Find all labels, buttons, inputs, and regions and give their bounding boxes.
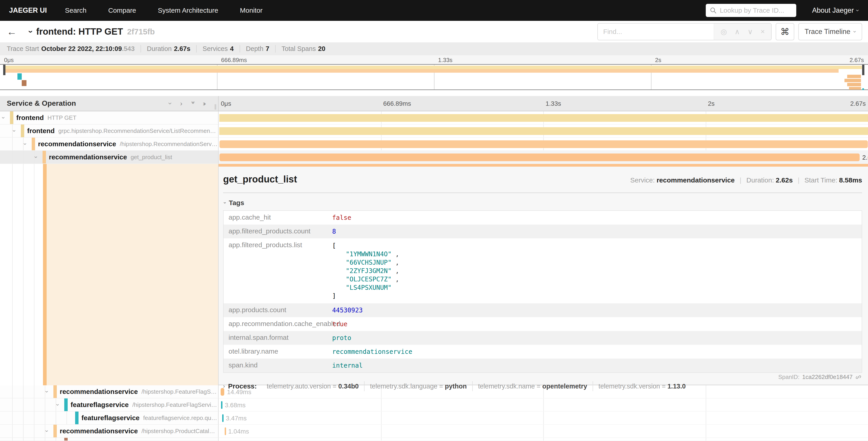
locate-icon[interactable]: ◎ (720, 27, 727, 36)
span-row-timeline-cell[interactable] (219, 111, 868, 124)
trace-id-search-input[interactable] (720, 6, 792, 14)
about-jaeger-menu[interactable]: About Jaeger › (812, 6, 859, 14)
span-toggle-chevron-icon[interactable]: › (33, 156, 39, 158)
minimap-drag-handle-left[interactable] (3, 65, 5, 75)
expand-level-icon[interactable]: › (180, 99, 182, 107)
process-tag: telemetry.sdk.language = python (365, 381, 472, 391)
process-tags: telemetry.auto.version = 0.34b0telemetry… (261, 383, 691, 390)
span-color-accent (21, 124, 24, 137)
span-duration-bar[interactable] (221, 401, 222, 409)
tree-indent-guide (12, 438, 13, 441)
find-prev-icon[interactable]: ∧ (735, 27, 740, 36)
span-row[interactable]: ›recommendationservice/hipstershop.Produ… (0, 425, 868, 438)
span-row-name-cell[interactable] (0, 438, 219, 441)
minimap-ticks: 0μs666.89ms1.33s2s2.67s (0, 55, 868, 64)
collapse-all-icon[interactable]: › (166, 102, 174, 105)
tag-row[interactable]: app.cache_hitfalse (223, 211, 862, 225)
span-row-timeline-cell[interactable]: 1.04ms (219, 425, 868, 438)
span-row[interactable] (0, 438, 868, 441)
divider: | (740, 176, 742, 184)
minimap-drag-handle-right[interactable] (862, 65, 864, 75)
span-row[interactable]: ›featureflagservice/hipstershop.FeatureF… (0, 399, 868, 412)
span-row-timeline-cell[interactable]: 3.68ms (219, 399, 868, 412)
span-row-name-cell[interactable]: featureflagservicefeatureflagservice.rep… (0, 412, 219, 425)
span-color-accent (64, 399, 68, 411)
tag-row[interactable]: app.recommendation.cache_enabledtrue (223, 317, 862, 331)
detail-span-bar (219, 164, 868, 167)
trace-summary-bar: Trace StartOctober 22 2022, 22:10:09.543… (0, 42, 868, 55)
expand-all-icon[interactable]: ›› (204, 99, 207, 107)
nav-item-search[interactable]: Search (65, 6, 87, 14)
minimap-canvas[interactable] (0, 64, 868, 90)
process-row[interactable]: › Process: telemetry.auto.version = 0.34… (223, 382, 862, 390)
tick-label: 2s (708, 100, 715, 107)
tags-section-label: Tags (229, 199, 244, 207)
nav-item-system-architecture[interactable]: System Architecture (158, 6, 218, 14)
span-row-name-cell[interactable]: ›recommendationservice/hipstershop.Featu… (0, 385, 219, 399)
collapse-deep-icon[interactable]: ›› (189, 102, 197, 105)
tag-row[interactable]: app.filtered_products.count8 (223, 225, 862, 238)
span-duration-bar[interactable] (225, 428, 226, 435)
tag-row[interactable]: otel.library.namerecommendationservice (223, 345, 862, 359)
span-toggle-chevron-icon[interactable]: › (44, 391, 50, 393)
span-row-timeline-cell[interactable] (219, 138, 868, 151)
find-clear-icon[interactable]: × (761, 27, 765, 36)
span-rows-top: ›frontendHTTP GET›frontendgrpc.hipstersh… (0, 111, 868, 164)
span-row-name-cell[interactable]: ›featureflagservice/hipstershop.FeatureF… (0, 399, 219, 412)
find-input[interactable] (598, 24, 714, 40)
span-duration-bar[interactable] (219, 114, 868, 122)
tag-row[interactable]: app.products.count44530923 (223, 303, 862, 317)
span-toggle-chevron-icon[interactable]: › (44, 430, 50, 432)
span-row-name-cell[interactable]: ›frontendgrpc.hipstershop.Recommendation… (0, 124, 219, 138)
span-row-name-cell[interactable]: ›recommendationservice/hipstershop.Recom… (0, 138, 219, 151)
span-row-timeline-cell[interactable]: 3.47ms (219, 412, 868, 425)
span-row-name-cell[interactable]: ›recommendationservice/hipstershop.Produ… (0, 425, 219, 438)
find-next-icon[interactable]: ∨ (748, 27, 753, 36)
tags-section-toggle[interactable]: › Tags (224, 199, 862, 207)
span-duration-bar[interactable] (219, 140, 868, 148)
keyboard-shortcuts-button[interactable]: ⌘ (776, 23, 794, 40)
span-row[interactable]: ›frontendHTTP GET (0, 111, 868, 124)
list-comma: , (392, 275, 399, 283)
span-duration-bar[interactable] (222, 414, 223, 422)
summary-label: Services (203, 45, 228, 52)
trace-id-search[interactable] (706, 4, 796, 17)
span-row-name-cell[interactable]: ›recommendationserviceget_product_list (0, 151, 219, 164)
column-resizer-handle[interactable]: ∥ (214, 104, 217, 110)
span-toggle-chevron-icon[interactable]: › (1, 117, 6, 119)
tick-label: 666.89ms (383, 100, 411, 107)
tree-indent-guide (34, 438, 34, 441)
nav-item-monitor[interactable]: Monitor (240, 6, 262, 14)
span-row-timeline-cell[interactable] (219, 438, 868, 441)
link-icon[interactable] (855, 374, 861, 380)
tree-indent-guide (23, 399, 24, 411)
span-row-timeline-cell[interactable] (219, 124, 868, 138)
span-toggle-chevron-icon[interactable]: › (55, 404, 61, 406)
span-service-name: featureflagservice (82, 414, 140, 422)
tag-row[interactable]: internal.span.formatproto (223, 331, 862, 345)
span-row[interactable]: featureflagservicefeatureflagservice.rep… (0, 412, 868, 425)
trace-collapse-chevron-icon[interactable]: › (27, 30, 35, 33)
back-arrow-button[interactable]: ← (7, 26, 23, 37)
view-select-button[interactable]: Trace Timeline › (798, 23, 862, 40)
span-duration-bar[interactable] (219, 127, 868, 135)
span-detail-indent-column (0, 164, 219, 385)
span-row[interactable]: ›recommendationservice/hipstershop.Recom… (0, 138, 868, 151)
service-operation-title: Service & Operation (7, 99, 76, 108)
span-row-name-cell[interactable]: ›frontendHTTP GET (0, 111, 219, 124)
span-toggle-chevron-icon[interactable]: › (22, 143, 28, 145)
tag-row[interactable]: span.kindinternal (223, 359, 862, 373)
span-row-timeline-cell[interactable]: 2.62s (219, 151, 868, 164)
tag-row[interactable]: app.filtered_products.list["1YMWWN1N4O" … (223, 238, 862, 303)
nav-item-compare[interactable]: Compare (108, 6, 136, 14)
span-duration-bar[interactable] (219, 153, 859, 161)
app-brand[interactable]: JAEGER UI (9, 6, 47, 14)
span-toggle-chevron-icon[interactable]: › (11, 130, 18, 132)
summary-value: 20 (318, 45, 326, 52)
start-time-label: Start Time: (804, 176, 837, 184)
tag-value: false (332, 211, 351, 225)
start-time-value: 8.58ms (839, 176, 862, 184)
span-operation-name: /hipstershop.FeatureFlagService… (142, 388, 218, 395)
span-row[interactable]: ›frontendgrpc.hipstershop.Recommendation… (0, 124, 868, 138)
span-row[interactable]: ›recommendationserviceget_product_list2.… (0, 151, 868, 164)
